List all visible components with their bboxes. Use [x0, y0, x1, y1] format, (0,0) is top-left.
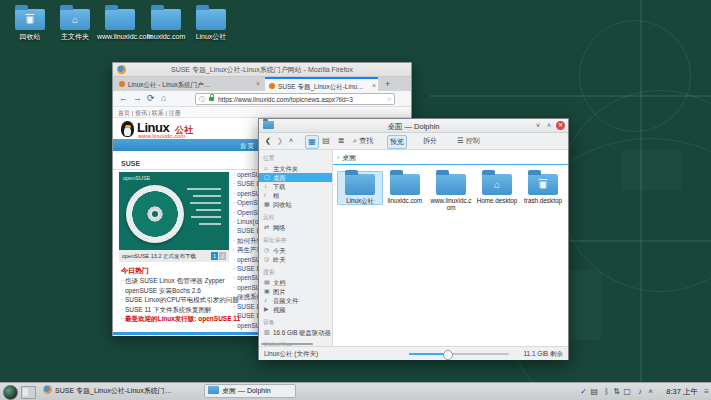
folder-icon — [151, 9, 181, 30]
back-button[interactable]: ← — [119, 93, 128, 104]
zoom-slider-knob[interactable] — [443, 350, 453, 360]
places-item-root[interactable]: /根 — [259, 191, 332, 200]
task-firefox[interactable]: SUSE 专题_Linux公社-Linux系统门… — [40, 384, 200, 398]
maximize-button[interactable]: ˄ — [547, 121, 551, 130]
task-dolphin[interactable]: 桌面 — Dolphin — [204, 384, 296, 398]
blueprint-line — [640, 0, 642, 400]
places-item-harddisk[interactable]: ▥16.6 GiB 硬盘驱动器 — [259, 328, 332, 337]
folder-icon — [345, 174, 375, 195]
bookmarks-links[interactable]: 首页 | 资讯 | 联系 | 注册 — [118, 109, 181, 118]
task-label: 桌面 — Dolphin — [222, 387, 271, 394]
url-bar[interactable]: ⓘ https://www.linuxidc.com/topicnews.asp… — [195, 93, 395, 105]
preview-button[interactable]: 预览 — [387, 135, 407, 149]
bookmark-star-icon[interactable]: ☆ — [387, 95, 392, 102]
places-item-images[interactable]: ▣图片 — [259, 287, 332, 296]
home-button[interactable]: ⌂ — [161, 93, 166, 104]
klipper-icon[interactable]: ✓ — [580, 386, 587, 397]
tab-label: Linux公社 - Linux系统门户… — [128, 81, 251, 90]
feature-caption-bar: openSUSE 13.2 正式发布下载 1 2 — [119, 250, 229, 262]
pager-1[interactable]: 1 — [211, 252, 218, 260]
icons-view-button[interactable]: ▦ — [305, 135, 319, 149]
folder-icon — [208, 386, 219, 394]
folder-icon — [390, 174, 420, 195]
places-item-today[interactable]: ◷今天 — [259, 246, 332, 255]
split-button[interactable]: 拆分 — [423, 135, 437, 147]
feature-caption[interactable]: openSUSE 13.2 正式发布下载 — [122, 253, 196, 260]
display-icon[interactable]: ▢ — [623, 386, 631, 397]
home-icon: ⌂ — [264, 164, 268, 173]
site-info-icon[interactable]: ⓘ — [199, 95, 205, 104]
desktop-icon-linux-gongshe[interactable]: Linux公社 — [188, 4, 234, 41]
folder-icon: ⌂ — [482, 174, 512, 195]
url-text[interactable]: https://www.linuxidc.com/topicnews.aspx?… — [218, 96, 384, 103]
close-button[interactable]: ✕ — [556, 121, 565, 130]
tab-close-icon[interactable]: × — [372, 82, 376, 89]
forward-button[interactable]: ❯ — [277, 135, 283, 147]
reload-button[interactable]: ⟳ — [147, 93, 155, 104]
back-button[interactable]: ❮ — [265, 135, 271, 147]
file-www-linuxidc[interactable]: www.linuxidc.com — [429, 172, 473, 211]
desktop-icon-www-linuxidc[interactable]: www.linuxidc.com — [97, 4, 143, 41]
clock[interactable]: 8:37 上午 — [666, 387, 698, 397]
places-item-yesterday[interactable]: ◶昨天 — [259, 255, 332, 264]
file-trash-desktop[interactable]: trash.desktop — [521, 172, 565, 204]
places-item-documents[interactable]: ▤文档 — [259, 278, 332, 287]
file-label: linuxidc.com — [383, 197, 427, 204]
app-launcher-icon[interactable] — [3, 385, 18, 400]
panel-settings-icon[interactable]: ≡ — [704, 387, 709, 396]
tab-linux-gongshe[interactable]: Linux公社 - Linux系统门户… × — [115, 77, 262, 91]
dolphin-window[interactable]: 桌面 — Dolphin ˅ ˄ ✕ ❮ ❯ ˄ ▦ ▤ ≣ ⌕查找 预览 拆分… — [258, 118, 569, 360]
tray-expand-icon[interactable]: ˄ — [648, 386, 653, 397]
virtual-desktop-pager[interactable] — [21, 386, 36, 399]
firefox-window-title: SUSE 专题_Linux公社-Linux系统门户网站 - Mozilla Fi… — [113, 65, 411, 75]
desktop-icon-trash[interactable]: 回收站 — [7, 4, 53, 41]
places-panel: 位置 ⌂主文件夹 ▢桌面 ↓下载 /根 ▦回收站 远程 ⇄网络 最近保存 ◷今天… — [259, 150, 333, 346]
volume-icon[interactable]: ♪ — [638, 386, 642, 397]
drive-icon: ▥ — [264, 328, 270, 337]
document-icon: ▤ — [264, 278, 270, 287]
file-linux-gongshe[interactable]: Linux公社 — [337, 171, 383, 205]
places-item-network[interactable]: ⇄网络 — [259, 223, 332, 232]
places-item-desktop[interactable]: ▢桌面 — [259, 173, 332, 182]
file-home-desktop[interactable]: ⌂ Home.desktop — [475, 172, 519, 204]
places-header: 远程 — [263, 213, 332, 222]
network-icon[interactable]: ⇅ — [613, 386, 620, 397]
pager-2[interactable]: 2 — [219, 252, 226, 260]
dolphin-titlebar[interactable]: 桌面 — Dolphin ˅ ˄ ✕ — [259, 119, 568, 133]
places-item-audio[interactable]: ♪音频文件 — [259, 296, 332, 305]
zoom-slider[interactable] — [409, 353, 509, 355]
find-button[interactable]: ⌕查找 — [353, 135, 373, 147]
details-view-button[interactable]: ≣ — [335, 135, 347, 147]
chevron-right-icon: › — [337, 154, 339, 161]
places-item-home[interactable]: ⌂主文件夹 — [259, 164, 332, 173]
up-button[interactable]: ˄ — [289, 135, 293, 147]
file-linuxidc[interactable]: linuxidc.com — [383, 172, 427, 204]
desktop-icon-linuxidc[interactable]: linuxidc.com — [143, 4, 189, 41]
tab-suse-topic[interactable]: SUSE 专题_Linux公社-Linu… × — [265, 77, 378, 91]
bluetooth-icon[interactable]: ᛒ — [604, 386, 609, 397]
trash-icon — [27, 16, 34, 24]
feature-slideshow[interactable]: openSUSE openSUSE 13.2 正式发布下载 1 2 — [119, 172, 229, 262]
places-item-trash[interactable]: ▦回收站 — [259, 200, 332, 209]
trash-icon — [540, 181, 547, 189]
video-icon: ▶ — [264, 305, 269, 314]
minimize-button[interactable]: ˅ — [536, 121, 540, 130]
compact-view-button[interactable]: ▤ — [320, 135, 332, 147]
forward-button[interactable]: → — [133, 93, 142, 104]
firefox-titlebar[interactable]: SUSE 专题_Linux公社-Linux系统门户网站 - Mozilla Fi… — [113, 63, 411, 77]
desktop-icon-home[interactable]: ⌂ 主文件夹 — [52, 4, 98, 41]
opensuse-cd-image — [126, 185, 184, 243]
bookmarks-row: 首页 | 资讯 | 联系 | 注册 — [113, 107, 411, 118]
dolphin-view[interactable]: ›桌面 Linux公社 linuxidc.com www.linuxidc.co… — [333, 150, 568, 346]
places-item-videos[interactable]: ▶视频 — [259, 305, 332, 314]
new-tab-button[interactable]: + — [385, 79, 390, 89]
feature-text-line — [196, 209, 221, 211]
desktop[interactable]: 回收站 ⌂ 主文件夹 www.linuxidc.com linuxidc.com… — [0, 0, 711, 400]
firefox-tabbar: Linux公社 - Linux系统门户… × SUSE 专题_Linux公社-L… — [113, 77, 411, 91]
tab-close-icon[interactable]: × — [256, 80, 260, 87]
breadcrumb[interactable]: ›桌面 — [337, 153, 356, 163]
places-item-downloads[interactable]: ↓下载 — [259, 182, 332, 191]
control-button[interactable]: ☰控制 — [457, 135, 480, 147]
places-scrollbar[interactable] — [261, 343, 313, 345]
clipboard-icon[interactable]: ▤ — [590, 386, 598, 397]
